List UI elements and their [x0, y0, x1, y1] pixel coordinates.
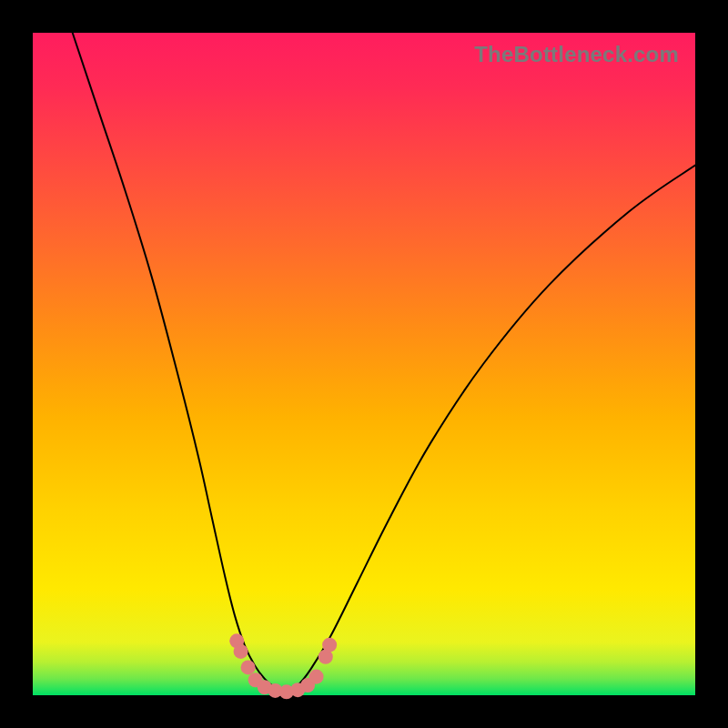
bottom-markers-group [229, 633, 337, 699]
bottom-marker [322, 638, 337, 652]
bottom-marker [234, 644, 248, 659]
plot-area: TheBottleneck.com [33, 33, 695, 695]
curve-right [285, 166, 695, 693]
chart-frame: TheBottleneck.com [0, 0, 728, 728]
chart-svg [33, 33, 695, 695]
curve-left [73, 33, 285, 692]
bottom-marker [309, 670, 324, 684]
bottom-marker [241, 660, 256, 674]
